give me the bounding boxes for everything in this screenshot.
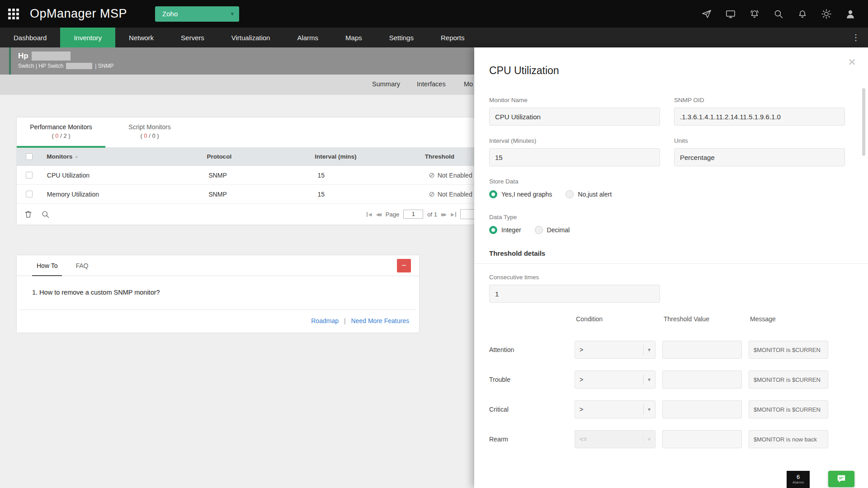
chat-button[interactable] — [828, 471, 854, 487]
device-name: Hp — [18, 52, 28, 61]
kebab-menu-icon[interactable]: ⋮ — [844, 28, 868, 47]
table-row[interactable]: CPU Utilization SNMP 15 ⊘ Not Enabled 21… — [17, 166, 541, 185]
zoho-dropdown[interactable]: Zoho ▾ — [155, 6, 239, 22]
threshold-status: Not Enabled — [438, 191, 472, 198]
prev-page-icon[interactable]: ◀◀ — [376, 212, 381, 217]
nav-item-virtualization[interactable]: Virtualization — [218, 28, 284, 47]
radio-store-no[interactable]: No,just alert — [566, 190, 612, 198]
col-monitors[interactable]: Monitors — [47, 153, 72, 160]
select-all-checkbox[interactable] — [26, 153, 33, 160]
critical-condition-select[interactable]: > ▾ — [575, 400, 656, 418]
close-icon[interactable]: ✕ — [848, 56, 856, 68]
critical-value-field[interactable] — [662, 400, 742, 418]
radio-decimal[interactable]: Decimal — [535, 226, 570, 234]
table-row[interactable]: Memory Utilization SNMP 15 ⊘ Not Enabled… — [17, 185, 541, 204]
user-avatar[interactable] — [844, 8, 856, 20]
col-protocol[interactable]: Protocol — [207, 153, 315, 160]
trouble-value-field[interactable] — [662, 371, 742, 389]
nav-item-maps[interactable]: Maps — [332, 28, 376, 47]
link-separator: | — [344, 317, 346, 324]
row-checkbox[interactable] — [26, 191, 33, 197]
monitor-name-field[interactable] — [489, 108, 660, 126]
rearm-value-field[interactable] — [662, 430, 742, 448]
help-question[interactable]: 1. How to remove a custom SNMP monitor? — [17, 276, 419, 310]
zoho-dropdown-label: Zoho — [162, 10, 178, 18]
apps-grid-icon[interactable] — [8, 9, 19, 19]
nav-item-settings[interactable]: Settings — [376, 28, 427, 47]
rearm-message-field[interactable] — [749, 430, 828, 448]
search-icon[interactable] — [773, 8, 784, 20]
topbar-icons — [701, 8, 856, 20]
consecutive-times-field[interactable] — [489, 285, 660, 303]
table-header-row: Monitors ▲ Protocol Interval (mins) Thre… — [17, 148, 541, 166]
page-size-box[interactable] — [460, 209, 476, 219]
page-input[interactable] — [403, 210, 423, 219]
critical-label: Critical — [489, 406, 568, 413]
attention-label: Attention — [489, 346, 568, 353]
screen-share-icon[interactable] — [725, 8, 736, 20]
monitor-interval: 15 — [317, 172, 429, 179]
alarm-ring-icon[interactable] — [749, 8, 760, 20]
row-checkbox[interactable] — [26, 172, 33, 178]
sort-asc-icon[interactable]: ▲ — [75, 155, 78, 159]
delete-icon[interactable] — [23, 209, 33, 219]
threshold-grid: Condition Threshold Value Message Attent… — [489, 315, 855, 448]
units-field[interactable] — [674, 148, 845, 166]
radio-unselected-icon[interactable] — [566, 190, 574, 198]
attention-condition-select[interactable]: > ▾ — [575, 341, 656, 359]
divider — [474, 263, 868, 264]
device-meta-prefix: Switch | HP Switch — [18, 63, 63, 69]
last-page-icon[interactable]: ▶ — [451, 212, 456, 217]
next-page-icon[interactable]: ▶▶ — [441, 212, 447, 217]
help-card: How To FAQ − 1. How to remove a custom S… — [17, 255, 419, 333]
trouble-message-field[interactable] — [749, 371, 828, 389]
trouble-label: Trouble — [489, 376, 568, 383]
nav-item-network[interactable]: Network — [115, 28, 167, 47]
screen: OpManager MSP Zoho ▾ — [0, 0, 868, 488]
trouble-condition-select[interactable]: > ▾ — [575, 371, 656, 389]
scrollbar-thumb[interactable] — [862, 88, 865, 156]
radio-unselected-icon[interactable] — [535, 226, 543, 234]
tab-interfaces[interactable]: Interfaces — [417, 80, 446, 88]
alarms-badge[interactable]: 6 Alarms — [787, 471, 810, 488]
threshold-status: Not Enabled — [438, 172, 472, 179]
nav-item-servers[interactable]: Servers — [167, 28, 218, 47]
tab-script-monitors[interactable]: Script Monitors ( 0 / 0 ) — [105, 117, 194, 147]
tab-how-to[interactable]: How To — [28, 255, 66, 276]
interval-field[interactable] — [489, 148, 660, 166]
tab-monitors[interactable]: Mo — [464, 80, 473, 88]
snmp-oid-field[interactable] — [674, 108, 845, 126]
critical-message-field[interactable] — [749, 400, 828, 418]
need-more-features-link[interactable]: Need More Features — [351, 317, 409, 324]
search-icon[interactable] — [40, 209, 50, 219]
send-icon[interactable] — [701, 8, 712, 20]
radio-selected-icon[interactable] — [489, 190, 497, 198]
nav-item-dashboard[interactable]: Dashboard — [0, 28, 60, 47]
roadmap-link[interactable]: Roadmap — [311, 317, 339, 324]
col-interval[interactable]: Interval (mins) — [315, 153, 425, 160]
radio-selected-icon[interactable] — [489, 226, 497, 234]
panel-title: CPU Utilization — [489, 65, 855, 77]
tab-summary[interactable]: Summary — [372, 80, 400, 88]
nav-item-inventory[interactable]: Inventory — [60, 28, 115, 47]
nav-item-reports[interactable]: Reports — [427, 28, 478, 47]
gear-icon[interactable] — [821, 8, 832, 20]
bell-icon[interactable] — [797, 8, 808, 20]
first-page-icon[interactable]: ◀ — [367, 212, 372, 217]
chevron-down-icon: ▾ — [643, 404, 651, 414]
radio-store-yes[interactable]: Yes,I need graphs — [489, 190, 552, 198]
attention-value-field[interactable] — [662, 341, 742, 359]
nav-item-alarms[interactable]: Alarms — [283, 28, 332, 47]
tab-performance-monitors[interactable]: Performance Monitors ( 0 / 2 ) — [17, 117, 105, 147]
collapse-button[interactable]: − — [397, 259, 411, 272]
radio-integer[interactable]: Integer — [489, 226, 521, 234]
chevron-down-icon: ▾ — [643, 345, 651, 355]
attention-message-field[interactable] — [749, 341, 828, 359]
count-current: 0 — [55, 132, 58, 139]
device-meta-suffix: | SNMP — [95, 63, 113, 69]
chevron-down-icon: ▾ — [643, 375, 651, 385]
tab-faq[interactable]: FAQ — [66, 255, 97, 276]
page-of-label: of 1 — [427, 211, 437, 218]
monitor-name[interactable]: CPU Utilization — [47, 172, 90, 179]
monitor-name[interactable]: Memory Utilization — [47, 191, 99, 198]
